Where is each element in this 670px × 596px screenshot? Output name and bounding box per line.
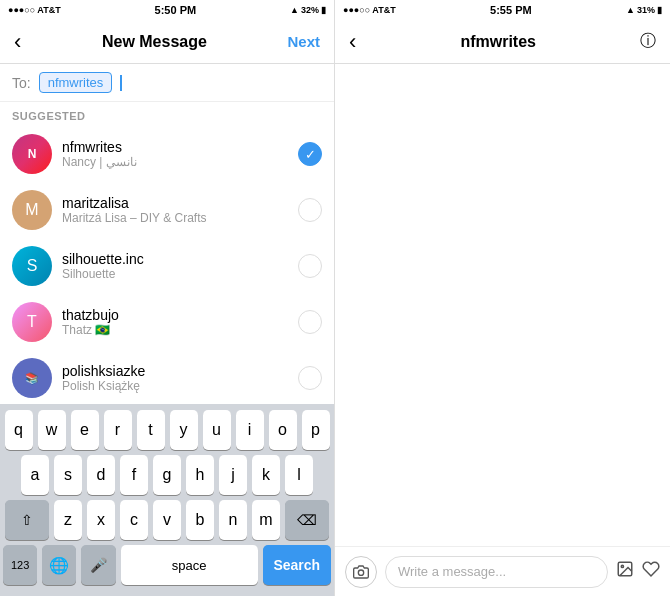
- user-item-maritzalisa[interactable]: M maritzalisa Maritzá Lisa – DIY & Craft…: [0, 182, 334, 238]
- left-panel: ●●●○○ AT&T 5:50 PM ▲ 32% ▮ ‹ New Message…: [0, 0, 335, 596]
- avatar-maritzalisa: M: [12, 190, 52, 230]
- key-x[interactable]: x: [87, 500, 115, 540]
- user-info-thatzbujo: thatzbujo Thatz 🇧🇷: [62, 307, 288, 337]
- user-subname-thatzbujo: Thatz 🇧🇷: [62, 323, 288, 337]
- key-123[interactable]: 123: [3, 545, 37, 585]
- user-info-silhouette: silhouette.inc Silhouette: [62, 251, 288, 281]
- back-button-left[interactable]: ‹: [14, 29, 21, 55]
- suggested-label: SUGGESTED: [0, 102, 334, 126]
- camera-button[interactable]: [345, 556, 377, 588]
- status-bar-left: ●●●○○ AT&T 5:50 PM ▲ 32% ▮: [0, 0, 334, 20]
- key-t[interactable]: t: [137, 410, 165, 450]
- messages-area: [335, 64, 670, 546]
- svg-point-0: [358, 570, 363, 575]
- carrier-left: ●●●○○ AT&T: [8, 5, 61, 15]
- battery-pct-right: 31%: [637, 5, 655, 15]
- avatar-nfmwrites: N: [12, 134, 52, 174]
- to-label: To:: [12, 75, 31, 91]
- user-item-thatzbujo[interactable]: T thatzbujo Thatz 🇧🇷: [0, 294, 334, 350]
- user-list: N nfmwrites Nancy | نانسي ✓ M maritzalis…: [0, 126, 334, 404]
- cursor: [120, 75, 122, 91]
- message-input-bar: Write a message...: [335, 546, 670, 596]
- next-button[interactable]: Next: [287, 33, 320, 50]
- user-item-nfmwrites[interactable]: N nfmwrites Nancy | نانسي ✓: [0, 126, 334, 182]
- username-nfmwrites: nfmwrites: [62, 139, 288, 155]
- globe-key[interactable]: 🌐: [42, 545, 76, 585]
- key-j[interactable]: j: [219, 455, 247, 495]
- user-subname-silhouette: Silhouette: [62, 267, 288, 281]
- avatar-polishksiazke: 📚: [12, 358, 52, 398]
- key-r[interactable]: r: [104, 410, 132, 450]
- username-polishksiazke: polishksiazke: [62, 363, 288, 379]
- key-g[interactable]: g: [153, 455, 181, 495]
- key-h[interactable]: h: [186, 455, 214, 495]
- key-o[interactable]: o: [269, 410, 297, 450]
- user-info-nfmwrites: nfmwrites Nancy | نانسي: [62, 139, 288, 169]
- avatar-thatzbujo: T: [12, 302, 52, 342]
- user-item-silhouette[interactable]: S silhouette.inc Silhouette: [0, 238, 334, 294]
- search-key[interactable]: Search: [263, 545, 331, 585]
- avatar-silhouette: S: [12, 246, 52, 286]
- media-button[interactable]: [616, 560, 634, 583]
- user-info-maritzalisa: maritzalisa Maritzá Lisa – DIY & Crafts: [62, 195, 288, 225]
- to-row: To: nfmwrites: [0, 64, 334, 102]
- time-right: 5:55 PM: [490, 4, 532, 16]
- carrier-right: ●●●○○ AT&T: [343, 5, 396, 15]
- space-key[interactable]: space: [121, 545, 258, 585]
- status-bar-right: ●●●○○ AT&T 5:55 PM ▲ 31% ▮: [335, 0, 670, 20]
- check-thatzbujo: [298, 310, 322, 334]
- nav-bar-right: ‹ nfmwrites ⓘ: [335, 20, 670, 64]
- key-u[interactable]: u: [203, 410, 231, 450]
- user-subname-polishksiazke: Polish Książkę: [62, 379, 288, 393]
- key-a[interactable]: a: [21, 455, 49, 495]
- message-placeholder: Write a message...: [398, 564, 506, 579]
- key-q[interactable]: q: [5, 410, 33, 450]
- nav-title-left: New Message: [102, 33, 207, 51]
- key-n[interactable]: n: [219, 500, 247, 540]
- check-silhouette: [298, 254, 322, 278]
- keyboard-row-4: 123 🌐 🎤 space Search: [3, 545, 331, 585]
- info-button-right[interactable]: ⓘ: [640, 31, 656, 52]
- key-y[interactable]: y: [170, 410, 198, 450]
- mic-key[interactable]: 🎤: [81, 545, 115, 585]
- back-button-right[interactable]: ‹: [349, 29, 356, 55]
- keyboard-row-2: a s d f g h j k l: [3, 455, 331, 495]
- keyboard-row-3: ⇧ z x c v b n m ⌫: [3, 500, 331, 540]
- check-polishksiazke: [298, 366, 322, 390]
- key-e[interactable]: e: [71, 410, 99, 450]
- key-v[interactable]: v: [153, 500, 181, 540]
- user-item-polishksiazke[interactable]: 📚 polishksiazke Polish Książkę: [0, 350, 334, 404]
- key-l[interactable]: l: [285, 455, 313, 495]
- key-i[interactable]: i: [236, 410, 264, 450]
- user-info-polishksiazke: polishksiazke Polish Książkę: [62, 363, 288, 393]
- battery-icon-left: ▮: [321, 5, 326, 15]
- key-k[interactable]: k: [252, 455, 280, 495]
- username-thatzbujo: thatzbujo: [62, 307, 288, 323]
- user-subname-maritzalisa: Maritzá Lisa – DIY & Crafts: [62, 211, 288, 225]
- svg-point-2: [621, 565, 623, 567]
- nav-title-right: nfmwrites: [460, 33, 536, 51]
- key-w[interactable]: w: [38, 410, 66, 450]
- check-nfmwrites: ✓: [298, 142, 322, 166]
- heart-button[interactable]: [642, 560, 660, 583]
- key-z[interactable]: z: [54, 500, 82, 540]
- user-subname-nfmwrites: Nancy | نانسي: [62, 155, 288, 169]
- delete-key[interactable]: ⌫: [285, 500, 329, 540]
- wifi-icon-right: ▲: [626, 5, 635, 15]
- keyboard: q w e r t y u i o p a s d f g h j k l ⇧ …: [0, 404, 334, 596]
- recipient-chip[interactable]: nfmwrites: [39, 72, 113, 93]
- key-p[interactable]: p: [302, 410, 330, 450]
- message-input[interactable]: Write a message...: [385, 556, 608, 588]
- key-b[interactable]: b: [186, 500, 214, 540]
- time-left: 5:50 PM: [155, 4, 197, 16]
- right-panel: ●●●○○ AT&T 5:55 PM ▲ 31% ▮ ‹ nfmwrites ⓘ…: [335, 0, 670, 596]
- key-s[interactable]: s: [54, 455, 82, 495]
- key-f[interactable]: f: [120, 455, 148, 495]
- shift-key[interactable]: ⇧: [5, 500, 49, 540]
- key-d[interactable]: d: [87, 455, 115, 495]
- battery-left: ▲ 32% ▮: [290, 5, 326, 15]
- key-c[interactable]: c: [120, 500, 148, 540]
- username-silhouette: silhouette.inc: [62, 251, 288, 267]
- battery-pct-left: 32%: [301, 5, 319, 15]
- key-m[interactable]: m: [252, 500, 280, 540]
